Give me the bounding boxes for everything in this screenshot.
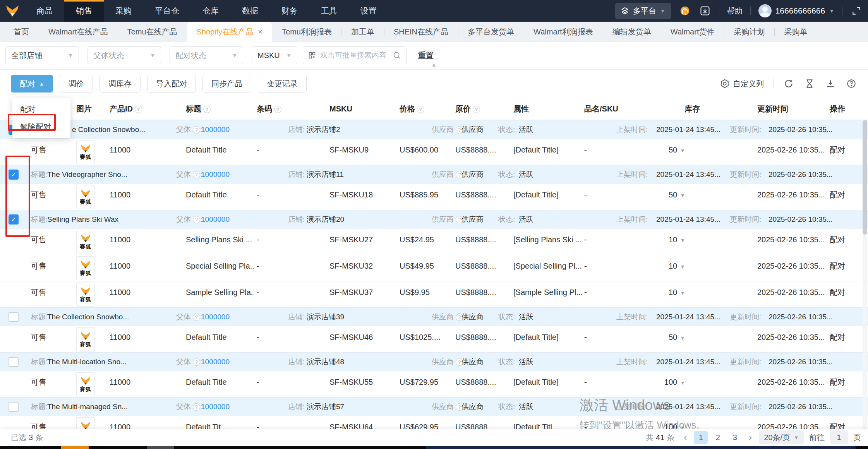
row-checkbox[interactable]: ✓ — [9, 170, 19, 180]
nav-menu-item[interactable]: 数据 — [230, 0, 270, 22]
fullscreen-icon[interactable] — [850, 5, 863, 17]
row-checkbox[interactable]: ✓ — [9, 357, 19, 367]
page-number[interactable]: 2 — [711, 431, 725, 444]
tab-item[interactable]: SHEIN在线产品× — [384, 22, 458, 42]
app-logo-fox-icon[interactable] — [0, 0, 25, 22]
stock-dropdown[interactable]: 10▼ — [643, 287, 685, 298]
product-thumbnail[interactable]: 赛狐 — [76, 185, 95, 209]
product-thumbnail[interactable]: 赛狐 — [76, 230, 95, 254]
help-link[interactable]: 帮助 — [727, 6, 743, 16]
pair-action-link[interactable]: 配对 — [830, 287, 845, 298]
row-checkbox[interactable]: ✓ — [9, 402, 19, 412]
parent-id-link[interactable]: 1000000 — [201, 165, 230, 184]
help-circle-icon[interactable]: ? — [417, 106, 424, 113]
tab-item[interactable]: 采购计划× — [724, 22, 774, 42]
toolbar-button[interactable]: 调库存 — [99, 75, 141, 93]
tab-item[interactable]: 首页× — [4, 22, 39, 42]
goto-page-input[interactable] — [830, 430, 848, 444]
help-circle-icon[interactable]: ? — [473, 106, 480, 113]
tab-item[interactable]: Walmart在线产品× — [39, 22, 118, 42]
nav-menu-item[interactable]: 商品 — [25, 0, 64, 22]
product-thumbnail[interactable]: 赛狐 — [76, 140, 95, 164]
tab-item[interactable]: Walmart利润报表× — [524, 22, 603, 42]
stock-dropdown[interactable]: 50▼ — [643, 189, 685, 201]
dropdown-menu-item[interactable]: 配对 — [12, 100, 70, 118]
parent-status-filter-select[interactable]: 父体状态▼ — [87, 46, 161, 64]
customize-columns-button[interactable]: 自定义列 — [720, 79, 764, 89]
parent-id-link[interactable]: 1000000 — [201, 398, 230, 416]
nav-menu-item[interactable]: 设置 — [349, 0, 388, 22]
stock-dropdown[interactable]: 50▼ — [643, 144, 685, 156]
toolbar-button[interactable]: 导入配对 — [147, 75, 196, 93]
pair-action-link[interactable]: 配对 — [830, 144, 845, 155]
nav-menu-item[interactable]: 财务 — [270, 0, 309, 22]
parent-id-link[interactable]: 1000000 — [201, 308, 230, 326]
nav-menu-item[interactable]: 仓库 — [191, 0, 230, 22]
nav-menu-item[interactable]: 工具 — [309, 0, 349, 22]
nav-menu-item[interactable]: 平台仓 — [143, 0, 191, 22]
pair-button[interactable]: 配对▲ — [11, 75, 53, 93]
help-circle-icon[interactable]: ? — [203, 106, 211, 113]
dropdown-menu-item[interactable]: 解除配对 — [12, 118, 70, 136]
prev-page-icon[interactable]: ‹ — [682, 432, 688, 443]
toolbar-button[interactable]: 同步产品 — [202, 75, 251, 93]
platform-switcher[interactable]: 多平台 ▼ — [615, 3, 671, 19]
search-input[interactable] — [320, 51, 388, 60]
row-checkbox[interactable]: ✓ — [9, 214, 19, 224]
export-download-icon[interactable] — [825, 78, 836, 89]
help-circle-icon[interactable]: ? — [135, 106, 142, 113]
tab-item[interactable]: Temu在线产品× — [118, 22, 187, 42]
tab-item[interactable]: Temu利润报表× — [272, 22, 341, 42]
page-number[interactable]: 3 — [728, 431, 742, 444]
help-circle-icon[interactable]: ? — [193, 171, 200, 178]
customer-service-icon[interactable] — [679, 5, 691, 17]
nav-menu-item[interactable]: 采购 — [104, 0, 143, 22]
pair-action-link[interactable]: 配对 — [830, 377, 845, 387]
refresh-icon[interactable] — [783, 78, 794, 89]
product-thumbnail[interactable]: 赛狐 — [76, 327, 95, 351]
hourglass-icon[interactable] — [804, 78, 815, 89]
help-circle-icon[interactable]: ? — [193, 126, 200, 134]
help-circle-icon[interactable]: ? — [193, 358, 200, 366]
help-circle-icon[interactable]: ? — [274, 106, 281, 113]
help-circle-icon[interactable]: ? — [193, 314, 200, 321]
product-thumbnail[interactable]: 赛狐 — [76, 256, 95, 280]
collapse-filters-icon[interactable]: ▲ — [419, 61, 449, 69]
tab-item[interactable]: 多平台发货单× — [458, 22, 524, 42]
tab-close-icon[interactable]: × — [258, 27, 262, 36]
product-thumbnail[interactable]: 赛狐 — [76, 283, 95, 307]
help-circle-icon[interactable]: ? — [193, 403, 200, 411]
stock-dropdown[interactable]: 50▼ — [643, 332, 685, 343]
reset-button[interactable]: 重置 — [418, 50, 434, 61]
search-type-select[interactable]: MSKU▼ — [252, 46, 297, 64]
account-menu[interactable]: 16666666666 ▼ — [758, 4, 834, 17]
parent-id-link[interactable]: 1000000 — [201, 210, 230, 229]
stock-dropdown[interactable]: 10▼ — [643, 234, 685, 246]
row-checkbox[interactable]: ✓ — [9, 312, 19, 322]
parent-id-link[interactable]: 1000000 — [201, 120, 230, 139]
nav-menu-item[interactable]: 销售 — [64, 0, 104, 22]
stock-dropdown[interactable]: 100▼ — [643, 377, 685, 388]
next-page-icon[interactable]: › — [747, 432, 753, 443]
page-number[interactable]: 1 — [694, 431, 708, 444]
tab-item[interactable]: Shopify在线产品× — [187, 22, 272, 42]
search-icon[interactable] — [392, 51, 401, 60]
pair-action-link[interactable]: 配对 — [830, 234, 845, 245]
tab-item[interactable]: 采购单× — [774, 22, 817, 42]
product-thumbnail[interactable]: 赛狐 — [76, 372, 95, 396]
page-size-select[interactable]: 20条/页▼ — [759, 430, 804, 444]
toolbar-button[interactable]: 变更记录 — [258, 75, 307, 93]
download-center-icon[interactable] — [699, 5, 711, 17]
pair-action-link[interactable]: 配对 — [830, 189, 845, 200]
scrollbar-thumb[interactable] — [863, 120, 867, 235]
stock-dropdown[interactable]: 10▼ — [643, 260, 685, 272]
pair-status-filter-select[interactable]: 配对状态▼ — [170, 46, 243, 64]
help-circle-icon[interactable] — [846, 78, 857, 89]
pair-action-link[interactable]: 配对 — [830, 332, 845, 343]
tab-item[interactable]: 加工单× — [341, 22, 384, 42]
pair-action-link[interactable]: 配对 — [830, 260, 845, 271]
tab-item[interactable]: 编辑发货单× — [603, 22, 661, 42]
store-filter-select[interactable]: 全部店铺▼ — [5, 46, 79, 64]
help-circle-icon[interactable]: ? — [193, 216, 200, 223]
toolbar-button[interactable]: 调价 — [60, 75, 93, 93]
